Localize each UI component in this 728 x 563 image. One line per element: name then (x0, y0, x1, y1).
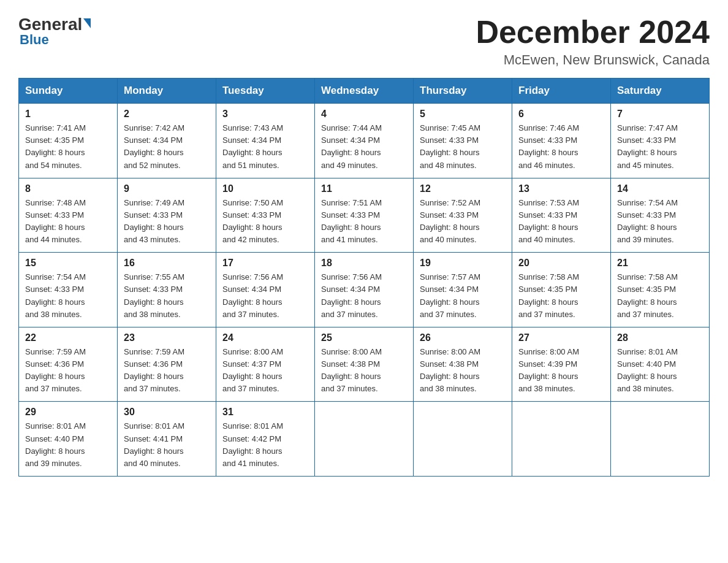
calendar-cell (315, 402, 414, 477)
day-info: Sunrise: 7:54 AM Sunset: 4:33 PM Dayligh… (617, 197, 703, 247)
day-number: 19 (420, 258, 506, 269)
day-info: Sunrise: 7:51 AM Sunset: 4:33 PM Dayligh… (321, 197, 407, 247)
day-number: 1 (25, 109, 111, 120)
day-number: 6 (518, 109, 604, 120)
calendar-cell: 12 Sunrise: 7:52 AM Sunset: 4:33 PM Dayl… (414, 178, 512, 253)
title-area: December 2024 McEwen, New Brunswick, Can… (476, 15, 710, 68)
day-number: 25 (321, 332, 407, 343)
day-info: Sunrise: 7:53 AM Sunset: 4:33 PM Dayligh… (518, 197, 604, 247)
day-info: Sunrise: 7:56 AM Sunset: 4:34 PM Dayligh… (222, 271, 308, 321)
calendar-cell: 13 Sunrise: 7:53 AM Sunset: 4:33 PM Dayl… (512, 178, 611, 253)
day-number: 17 (222, 258, 308, 269)
day-number: 7 (617, 109, 703, 120)
day-number: 20 (518, 258, 604, 269)
day-number: 5 (420, 109, 506, 120)
day-number: 2 (124, 109, 210, 120)
week-row-2: 8 Sunrise: 7:48 AM Sunset: 4:33 PM Dayli… (19, 178, 710, 253)
day-info: Sunrise: 7:48 AM Sunset: 4:33 PM Dayligh… (25, 197, 111, 247)
day-info: Sunrise: 8:01 AM Sunset: 4:41 PM Dayligh… (124, 420, 210, 470)
day-info: Sunrise: 7:43 AM Sunset: 4:34 PM Dayligh… (222, 122, 308, 172)
weekday-header-sunday: Sunday (19, 79, 118, 104)
calendar-cell: 5 Sunrise: 7:45 AM Sunset: 4:33 PM Dayli… (414, 104, 512, 178)
day-number: 18 (321, 258, 407, 269)
day-info: Sunrise: 7:58 AM Sunset: 4:35 PM Dayligh… (518, 271, 604, 321)
calendar-cell: 28 Sunrise: 8:01 AM Sunset: 4:40 PM Dayl… (611, 327, 710, 402)
calendar-cell (512, 402, 611, 477)
day-info: Sunrise: 7:42 AM Sunset: 4:34 PM Dayligh… (124, 122, 210, 172)
month-title: December 2024 (476, 15, 710, 50)
day-number: 8 (25, 183, 111, 194)
header: General Blue December 2024 McEwen, New B… (18, 15, 710, 68)
calendar-cell: 9 Sunrise: 7:49 AM Sunset: 4:33 PM Dayli… (118, 178, 216, 253)
day-number: 11 (321, 183, 407, 194)
calendar-cell: 11 Sunrise: 7:51 AM Sunset: 4:33 PM Dayl… (315, 178, 414, 253)
weekday-header-friday: Friday (512, 79, 611, 104)
weekday-header-monday: Monday (118, 79, 216, 104)
day-info: Sunrise: 8:01 AM Sunset: 4:42 PM Dayligh… (222, 420, 308, 470)
day-info: Sunrise: 8:00 AM Sunset: 4:38 PM Dayligh… (420, 346, 506, 396)
logo: General Blue (18, 15, 92, 48)
calendar-cell: 20 Sunrise: 7:58 AM Sunset: 4:35 PM Dayl… (512, 253, 611, 327)
day-info: Sunrise: 7:50 AM Sunset: 4:33 PM Dayligh… (222, 197, 308, 247)
calendar-cell (611, 402, 710, 477)
week-row-4: 22 Sunrise: 7:59 AM Sunset: 4:36 PM Dayl… (19, 327, 710, 402)
calendar-cell: 19 Sunrise: 7:57 AM Sunset: 4:34 PM Dayl… (414, 253, 512, 327)
day-info: Sunrise: 8:01 AM Sunset: 4:40 PM Dayligh… (617, 346, 703, 396)
weekday-header-saturday: Saturday (611, 79, 710, 104)
calendar-cell: 18 Sunrise: 7:56 AM Sunset: 4:34 PM Dayl… (315, 253, 414, 327)
day-number: 24 (222, 332, 308, 343)
calendar-cell: 6 Sunrise: 7:46 AM Sunset: 4:33 PM Dayli… (512, 104, 611, 178)
calendar-cell: 31 Sunrise: 8:01 AM Sunset: 4:42 PM Dayl… (216, 402, 315, 477)
calendar-cell: 1 Sunrise: 7:41 AM Sunset: 4:35 PM Dayli… (19, 104, 118, 178)
calendar-cell: 23 Sunrise: 7:59 AM Sunset: 4:36 PM Dayl… (118, 327, 216, 402)
calendar-cell: 16 Sunrise: 7:55 AM Sunset: 4:33 PM Dayl… (118, 253, 216, 327)
calendar-cell: 22 Sunrise: 7:59 AM Sunset: 4:36 PM Dayl… (19, 327, 118, 402)
calendar-cell: 17 Sunrise: 7:56 AM Sunset: 4:34 PM Dayl… (216, 253, 315, 327)
day-number: 29 (25, 407, 111, 418)
weekday-header-row: SundayMondayTuesdayWednesdayThursdayFrid… (19, 79, 710, 104)
logo-arrow-icon (83, 18, 91, 28)
day-info: Sunrise: 8:00 AM Sunset: 4:37 PM Dayligh… (222, 346, 308, 396)
day-info: Sunrise: 7:58 AM Sunset: 4:35 PM Dayligh… (617, 271, 703, 321)
day-number: 31 (222, 407, 308, 418)
day-info: Sunrise: 8:00 AM Sunset: 4:38 PM Dayligh… (321, 346, 407, 396)
calendar-cell: 4 Sunrise: 7:44 AM Sunset: 4:34 PM Dayli… (315, 104, 414, 178)
week-row-3: 15 Sunrise: 7:54 AM Sunset: 4:33 PM Dayl… (19, 253, 710, 327)
calendar-cell: 24 Sunrise: 8:00 AM Sunset: 4:37 PM Dayl… (216, 327, 315, 402)
calendar-cell: 25 Sunrise: 8:00 AM Sunset: 4:38 PM Dayl… (315, 327, 414, 402)
day-number: 27 (518, 332, 604, 343)
day-number: 22 (25, 332, 111, 343)
weekday-header-wednesday: Wednesday (315, 79, 414, 104)
day-info: Sunrise: 7:59 AM Sunset: 4:36 PM Dayligh… (124, 346, 210, 396)
day-info: Sunrise: 7:57 AM Sunset: 4:34 PM Dayligh… (420, 271, 506, 321)
day-number: 3 (222, 109, 308, 120)
weekday-header-thursday: Thursday (414, 79, 512, 104)
calendar-cell: 21 Sunrise: 7:58 AM Sunset: 4:35 PM Dayl… (611, 253, 710, 327)
calendar-cell: 30 Sunrise: 8:01 AM Sunset: 4:41 PM Dayl… (118, 402, 216, 477)
day-info: Sunrise: 7:49 AM Sunset: 4:33 PM Dayligh… (124, 197, 210, 247)
calendar-cell: 29 Sunrise: 8:01 AM Sunset: 4:40 PM Dayl… (19, 402, 118, 477)
day-number: 9 (124, 183, 210, 194)
calendar-cell (414, 402, 512, 477)
weekday-header-tuesday: Tuesday (216, 79, 315, 104)
day-number: 13 (518, 183, 604, 194)
day-number: 28 (617, 332, 703, 343)
calendar-table: SundayMondayTuesdayWednesdayThursdayFrid… (18, 78, 710, 477)
day-info: Sunrise: 7:46 AM Sunset: 4:33 PM Dayligh… (518, 122, 604, 172)
location-title: McEwen, New Brunswick, Canada (476, 52, 710, 68)
day-number: 26 (420, 332, 506, 343)
day-info: Sunrise: 7:47 AM Sunset: 4:33 PM Dayligh… (617, 122, 703, 172)
calendar-cell: 10 Sunrise: 7:50 AM Sunset: 4:33 PM Dayl… (216, 178, 315, 253)
calendar-cell: 7 Sunrise: 7:47 AM Sunset: 4:33 PM Dayli… (611, 104, 710, 178)
day-number: 16 (124, 258, 210, 269)
day-number: 14 (617, 183, 703, 194)
calendar-cell: 26 Sunrise: 8:00 AM Sunset: 4:38 PM Dayl… (414, 327, 512, 402)
day-number: 30 (124, 407, 210, 418)
day-number: 21 (617, 258, 703, 269)
day-info: Sunrise: 7:56 AM Sunset: 4:34 PM Dayligh… (321, 271, 407, 321)
day-info: Sunrise: 7:52 AM Sunset: 4:33 PM Dayligh… (420, 197, 506, 247)
day-info: Sunrise: 7:41 AM Sunset: 4:35 PM Dayligh… (25, 122, 111, 172)
week-row-1: 1 Sunrise: 7:41 AM Sunset: 4:35 PM Dayli… (19, 104, 710, 178)
calendar-cell: 3 Sunrise: 7:43 AM Sunset: 4:34 PM Dayli… (216, 104, 315, 178)
calendar-cell: 2 Sunrise: 7:42 AM Sunset: 4:34 PM Dayli… (118, 104, 216, 178)
